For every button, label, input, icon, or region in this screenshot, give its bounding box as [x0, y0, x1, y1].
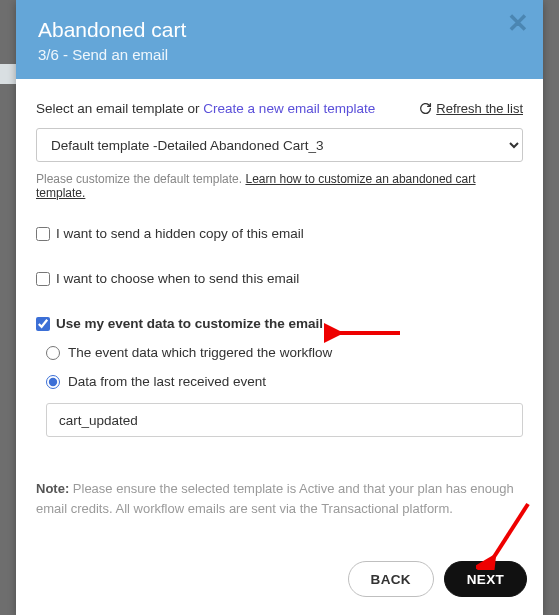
modal-footer: BACK NEXT	[16, 551, 543, 615]
create-template-link[interactable]: Create a new email template	[203, 101, 375, 116]
template-select[interactable]: Default template -Detailed Abandoned Car…	[36, 128, 523, 162]
modal-body: Select an email template or Create a new…	[16, 79, 543, 551]
select-prefix: Select an email template or	[36, 101, 203, 116]
radio-triggered-label: The event data which triggered the workf…	[68, 345, 332, 360]
radio-last-received[interactable]	[46, 375, 60, 389]
event-data-options: The event data which triggered the workf…	[36, 345, 523, 437]
template-row-top: Select an email template or Create a new…	[36, 101, 523, 116]
choose-when-checkbox[interactable]	[36, 272, 50, 286]
note-label: Note:	[36, 481, 69, 496]
choose-when-row[interactable]: I want to choose when to send this email	[36, 271, 523, 286]
use-event-data-label: Use my event data to customize the email	[56, 316, 323, 331]
next-button[interactable]: NEXT	[444, 561, 527, 597]
back-button[interactable]: BACK	[348, 561, 434, 597]
choose-when-label: I want to choose when to send this email	[56, 271, 299, 286]
radio-last-received-row[interactable]: Data from the last received event	[46, 374, 523, 389]
customize-hint: Please customize the default template. L…	[36, 172, 523, 200]
note-text: Please ensure the selected template is A…	[36, 481, 514, 516]
radio-triggered[interactable]	[46, 346, 60, 360]
radio-last-received-label: Data from the last received event	[68, 374, 266, 389]
modal-subtitle: 3/6 - Send an email	[38, 46, 521, 63]
modal-header: Abandoned cart 3/6 - Send an email ✕	[16, 0, 543, 79]
refresh-label: Refresh the list	[436, 101, 523, 116]
close-icon[interactable]: ✕	[507, 10, 529, 36]
use-event-data-row[interactable]: Use my event data to customize the email	[36, 316, 523, 331]
use-event-data-checkbox[interactable]	[36, 317, 50, 331]
hidden-copy-checkbox[interactable]	[36, 227, 50, 241]
modal-title: Abandoned cart	[38, 18, 521, 42]
select-template-label: Select an email template or Create a new…	[36, 101, 375, 116]
background-strip	[0, 64, 16, 84]
radio-triggered-row[interactable]: The event data which triggered the workf…	[46, 345, 523, 360]
event-name-input[interactable]	[46, 403, 523, 437]
note-block: Note: Please ensure the selected templat…	[36, 479, 523, 518]
refresh-icon	[419, 102, 432, 115]
modal-dialog: Abandoned cart 3/6 - Send an email ✕ Sel…	[16, 0, 543, 615]
modal-backdrop: Abandoned cart 3/6 - Send an email ✕ Sel…	[0, 0, 559, 615]
hidden-copy-label: I want to send a hidden copy of this ema…	[56, 226, 304, 241]
hint-prefix: Please customize the default template.	[36, 172, 245, 186]
hidden-copy-row[interactable]: I want to send a hidden copy of this ema…	[36, 226, 523, 241]
refresh-list-link[interactable]: Refresh the list	[419, 101, 523, 116]
